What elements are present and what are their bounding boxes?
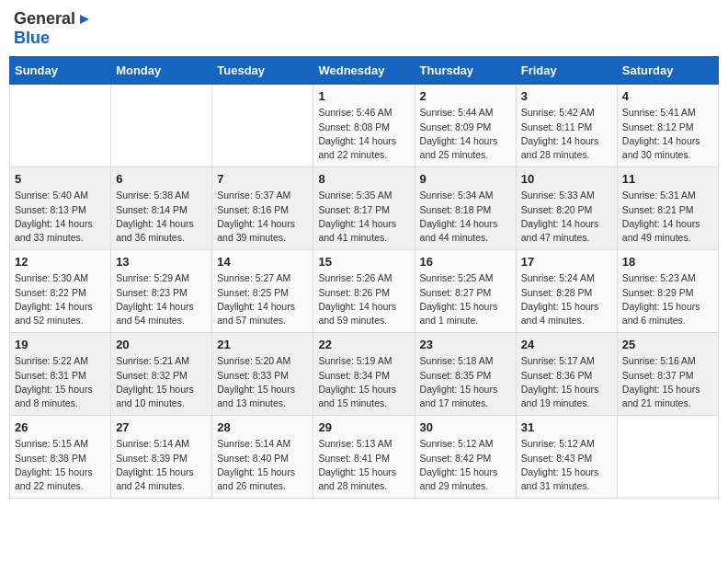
logo-wordmark: General Blue — [14, 9, 93, 47]
day-info: Sunrise: 5:25 AM Sunset: 8:27 PM Dayligh… — [420, 271, 511, 327]
calendar-cell — [111, 85, 212, 167]
logo-general: General — [14, 9, 75, 28]
day-number: 15 — [318, 255, 409, 269]
day-info: Sunrise: 5:26 AM Sunset: 8:26 PM Dayligh… — [318, 271, 409, 327]
calendar-cell: 25Sunrise: 5:16 AM Sunset: 8:37 PM Dayli… — [617, 333, 718, 416]
day-info: Sunrise: 5:33 AM Sunset: 8:20 PM Dayligh… — [521, 189, 612, 245]
day-info: Sunrise: 5:18 AM Sunset: 8:35 PM Dayligh… — [420, 354, 511, 410]
calendar-cell: 8Sunrise: 5:35 AM Sunset: 8:17 PM Daylig… — [313, 167, 415, 250]
day-number: 28 — [217, 420, 308, 434]
day-number: 7 — [217, 172, 308, 186]
weekday-header: Wednesday — [313, 57, 415, 85]
calendar-cell: 11Sunrise: 5:31 AM Sunset: 8:21 PM Dayli… — [617, 167, 718, 250]
day-info: Sunrise: 5:37 AM Sunset: 8:16 PM Dayligh… — [217, 189, 308, 245]
day-number: 4 — [622, 89, 713, 103]
calendar-cell: 30Sunrise: 5:12 AM Sunset: 8:42 PM Dayli… — [415, 416, 516, 499]
day-info: Sunrise: 5:38 AM Sunset: 8:14 PM Dayligh… — [116, 189, 207, 245]
calendar-cell: 10Sunrise: 5:33 AM Sunset: 8:20 PM Dayli… — [516, 167, 617, 250]
calendar-cell: 14Sunrise: 5:27 AM Sunset: 8:25 PM Dayli… — [212, 250, 313, 333]
calendar-cell: 15Sunrise: 5:26 AM Sunset: 8:26 PM Dayli… — [313, 250, 415, 333]
day-number: 27 — [116, 420, 207, 434]
calendar-cell: 27Sunrise: 5:14 AM Sunset: 8:39 PM Dayli… — [111, 416, 212, 499]
calendar-cell: 26Sunrise: 5:15 AM Sunset: 8:38 PM Dayli… — [10, 416, 111, 499]
weekday-header: Tuesday — [212, 57, 313, 85]
weekday-header: Monday — [111, 57, 212, 85]
calendar-week: 5Sunrise: 5:40 AM Sunset: 8:13 PM Daylig… — [10, 167, 719, 250]
day-info: Sunrise: 5:44 AM Sunset: 8:09 PM Dayligh… — [420, 106, 511, 162]
day-number: 9 — [420, 172, 511, 186]
calendar-cell: 17Sunrise: 5:24 AM Sunset: 8:28 PM Dayli… — [516, 250, 617, 333]
weekday-header: Friday — [516, 57, 617, 85]
day-number: 19 — [15, 338, 106, 351]
calendar-cell: 2Sunrise: 5:44 AM Sunset: 8:09 PM Daylig… — [415, 85, 516, 167]
day-number: 17 — [521, 255, 612, 269]
calendar-cell: 13Sunrise: 5:29 AM Sunset: 8:23 PM Dayli… — [111, 250, 212, 333]
calendar-week: 19Sunrise: 5:22 AM Sunset: 8:31 PM Dayli… — [10, 333, 719, 416]
day-info: Sunrise: 5:12 AM Sunset: 8:42 PM Dayligh… — [420, 437, 511, 493]
day-info: Sunrise: 5:34 AM Sunset: 8:18 PM Dayligh… — [420, 189, 511, 245]
calendar-cell: 7Sunrise: 5:37 AM Sunset: 8:16 PM Daylig… — [212, 167, 313, 250]
day-number: 10 — [521, 172, 612, 186]
calendar-cell: 18Sunrise: 5:23 AM Sunset: 8:29 PM Dayli… — [617, 250, 718, 333]
calendar-cell: 19Sunrise: 5:22 AM Sunset: 8:31 PM Dayli… — [10, 333, 111, 416]
logo: General Blue — [14, 9, 93, 47]
calendar-header: SundayMondayTuesdayWednesdayThursdayFrid… — [10, 57, 719, 85]
day-number: 31 — [521, 420, 612, 434]
calendar-table: SundayMondayTuesdayWednesdayThursdayFrid… — [9, 56, 719, 499]
day-info: Sunrise: 5:21 AM Sunset: 8:32 PM Dayligh… — [116, 354, 207, 410]
calendar-cell: 23Sunrise: 5:18 AM Sunset: 8:35 PM Dayli… — [415, 333, 516, 416]
day-number: 29 — [318, 420, 409, 434]
day-number: 26 — [15, 420, 106, 434]
day-info: Sunrise: 5:27 AM Sunset: 8:25 PM Dayligh… — [217, 271, 308, 327]
day-number: 20 — [116, 338, 207, 351]
day-info: Sunrise: 5:24 AM Sunset: 8:28 PM Dayligh… — [521, 271, 612, 327]
day-info: Sunrise: 5:29 AM Sunset: 8:23 PM Dayligh… — [116, 271, 207, 327]
day-number: 23 — [420, 338, 511, 351]
day-info: Sunrise: 5:14 AM Sunset: 8:40 PM Dayligh… — [217, 437, 308, 493]
day-info: Sunrise: 5:12 AM Sunset: 8:43 PM Dayligh… — [521, 437, 612, 493]
logo-blue: Blue — [14, 29, 50, 47]
day-info: Sunrise: 5:16 AM Sunset: 8:37 PM Dayligh… — [622, 354, 713, 410]
weekday-header: Thursday — [415, 57, 516, 85]
calendar-cell: 4Sunrise: 5:41 AM Sunset: 8:12 PM Daylig… — [617, 85, 718, 167]
day-number: 24 — [521, 338, 612, 351]
day-number: 18 — [622, 255, 713, 269]
day-number: 14 — [217, 255, 308, 269]
page-header: General Blue — [9, 9, 719, 47]
day-info: Sunrise: 5:42 AM Sunset: 8:11 PM Dayligh… — [521, 106, 612, 162]
calendar-cell: 6Sunrise: 5:38 AM Sunset: 8:14 PM Daylig… — [111, 167, 212, 250]
day-number: 30 — [420, 420, 511, 434]
calendar-week: 26Sunrise: 5:15 AM Sunset: 8:38 PM Dayli… — [10, 416, 719, 499]
day-info: Sunrise: 5:41 AM Sunset: 8:12 PM Dayligh… — [622, 106, 713, 162]
weekday-header: Saturday — [617, 57, 718, 85]
day-info: Sunrise: 5:23 AM Sunset: 8:29 PM Dayligh… — [622, 271, 713, 327]
day-number: 21 — [217, 338, 308, 351]
day-number: 5 — [15, 172, 106, 186]
calendar-cell — [212, 85, 313, 167]
day-number: 13 — [116, 255, 207, 269]
weekday-header: Sunday — [10, 57, 111, 85]
calendar-cell: 12Sunrise: 5:30 AM Sunset: 8:22 PM Dayli… — [10, 250, 111, 333]
day-number: 3 — [521, 89, 612, 103]
day-number: 22 — [318, 338, 409, 351]
calendar-cell: 28Sunrise: 5:14 AM Sunset: 8:40 PM Dayli… — [212, 416, 313, 499]
weekday-row: SundayMondayTuesdayWednesdayThursdayFrid… — [10, 57, 719, 85]
day-number: 12 — [15, 255, 106, 269]
calendar-cell: 24Sunrise: 5:17 AM Sunset: 8:36 PM Dayli… — [516, 333, 617, 416]
day-info: Sunrise: 5:20 AM Sunset: 8:33 PM Dayligh… — [217, 354, 308, 410]
day-number: 11 — [622, 172, 713, 186]
calendar-cell: 5Sunrise: 5:40 AM Sunset: 8:13 PM Daylig… — [10, 167, 111, 250]
calendar-cell: 22Sunrise: 5:19 AM Sunset: 8:34 PM Dayli… — [313, 333, 415, 416]
day-number: 1 — [318, 89, 409, 103]
calendar-body: 1Sunrise: 5:46 AM Sunset: 8:08 PM Daylig… — [10, 85, 719, 499]
day-info: Sunrise: 5:35 AM Sunset: 8:17 PM Dayligh… — [318, 189, 409, 245]
calendar-cell: 31Sunrise: 5:12 AM Sunset: 8:43 PM Dayli… — [516, 416, 617, 499]
calendar-cell: 16Sunrise: 5:25 AM Sunset: 8:27 PM Dayli… — [415, 250, 516, 333]
day-number: 16 — [420, 255, 511, 269]
calendar-cell: 29Sunrise: 5:13 AM Sunset: 8:41 PM Dayli… — [313, 416, 415, 499]
calendar-cell — [10, 85, 111, 167]
day-info: Sunrise: 5:14 AM Sunset: 8:39 PM Dayligh… — [116, 437, 207, 493]
calendar-cell — [617, 416, 718, 499]
day-info: Sunrise: 5:15 AM Sunset: 8:38 PM Dayligh… — [15, 437, 106, 493]
day-info: Sunrise: 5:17 AM Sunset: 8:36 PM Dayligh… — [521, 354, 612, 410]
